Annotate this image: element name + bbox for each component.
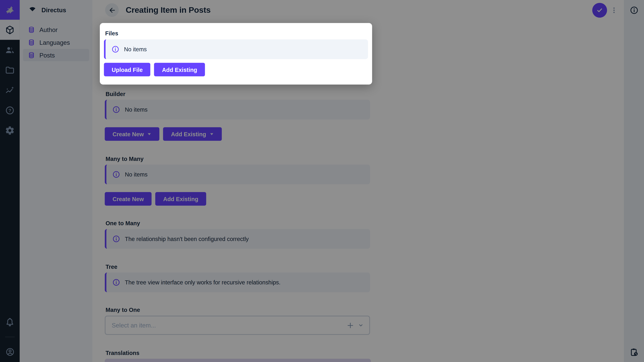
files-field-card: Files No items Upload File Add Existing bbox=[100, 23, 372, 84]
notice-text: No items bbox=[124, 46, 147, 52]
directus-app: ? Directus bbox=[0, 0, 644, 362]
button-label: Upload File bbox=[112, 66, 143, 73]
upload-file-button[interactable]: Upload File bbox=[104, 63, 150, 76]
files-add-existing-button[interactable]: Add Existing bbox=[154, 63, 205, 76]
button-label: Add Existing bbox=[162, 66, 197, 73]
files-notice: No items bbox=[104, 39, 368, 59]
field-label: Files bbox=[105, 29, 368, 37]
info-icon bbox=[111, 45, 120, 53]
